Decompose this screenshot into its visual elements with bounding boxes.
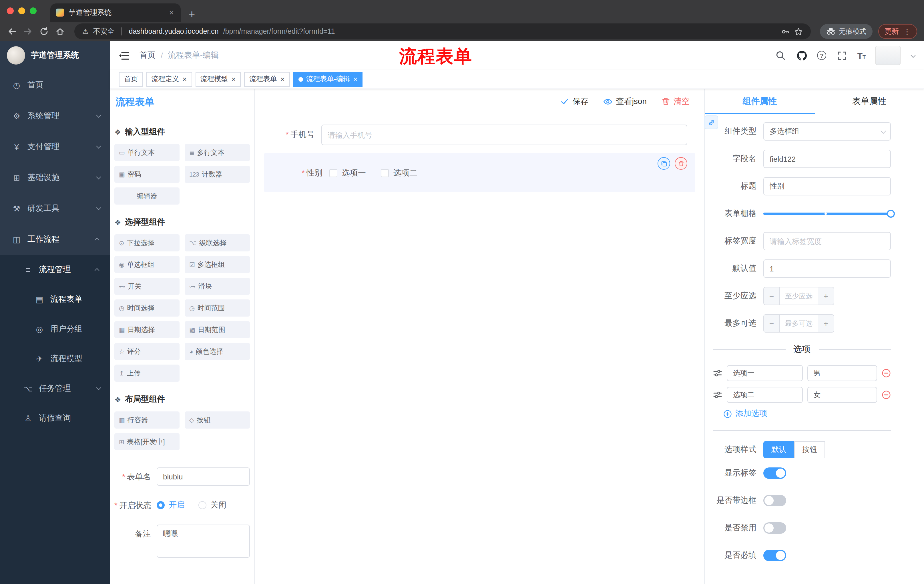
maximize-window-button[interactable] — [30, 7, 36, 14]
new-tab-button[interactable]: + — [189, 8, 195, 20]
toggle-switch[interactable] — [763, 495, 786, 506]
page-tag[interactable]: 流程表单 × — [244, 72, 290, 87]
component-item[interactable]: ☑ 多选框组 — [185, 256, 250, 273]
tag-close-icon[interactable]: × — [280, 76, 284, 83]
bookmark-star-icon[interactable] — [794, 27, 803, 36]
sidebar-item-process-form[interactable]: ▤ 流程表单 — [0, 285, 110, 314]
sidebar-item-user-group[interactable]: ◎ 用户分组 — [0, 314, 110, 344]
component-item[interactable]: ◇ 按钮 — [185, 411, 250, 429]
gender-checkbox[interactable]: 选项二 — [381, 168, 417, 178]
sidebar-item-payment-management[interactable]: ¥ 支付管理 — [0, 132, 110, 162]
component-item[interactable]: ≣ 多行文本 — [185, 144, 250, 161]
copy-component-button[interactable] — [658, 157, 670, 170]
sidebar-item-leave-query[interactable]: ♙ 请假查询 — [0, 403, 110, 433]
address-bar[interactable]: ⚠ 不安全 dashboard.yudao.iocoder.cn /bpm/ma… — [74, 23, 811, 39]
title-input[interactable] — [763, 177, 891, 196]
sidebar-item-task-management[interactable]: ⌥ 任务管理 — [0, 374, 110, 403]
fullscreen-icon[interactable] — [836, 50, 848, 61]
view-json-button[interactable]: 查看json — [604, 96, 647, 107]
password-key-icon[interactable] — [781, 27, 790, 36]
toggle-switch[interactable] — [763, 522, 786, 534]
sidebar-item-process-model[interactable]: ✈ 流程模型 — [0, 344, 110, 374]
component-item[interactable]: 编辑器 — [114, 188, 180, 204]
component-item[interactable]: 123 计数器 — [185, 166, 250, 183]
component-item[interactable]: ⊶ 滑块 — [185, 278, 250, 295]
font-size-icon[interactable]: TT — [857, 51, 866, 60]
toggle-switch[interactable] — [763, 467, 786, 479]
collapse-menu-icon[interactable] — [119, 51, 129, 60]
sidebar-item-system-management[interactable]: ⚙ 系统管理 — [0, 100, 110, 132]
component-item[interactable]: ⊞ 表格[开发中] — [114, 433, 180, 450]
drag-handle-icon[interactable] — [713, 390, 722, 400]
component-item[interactable]: ▦ 日期选择 — [114, 321, 180, 338]
minimize-window-button[interactable] — [18, 7, 25, 14]
sidebar-item-infrastructure[interactable]: ⊞ 基础设施 — [0, 162, 110, 193]
form-canvas[interactable]: 手机号 — [255, 114, 705, 584]
component-item[interactable]: ◉ 单选框组 — [114, 256, 180, 273]
increase-icon[interactable]: + — [818, 315, 834, 332]
breadcrumb-home[interactable]: 首页 — [140, 50, 155, 61]
tag-close-icon[interactable]: × — [182, 76, 187, 83]
sidebar-item-process-management[interactable]: ≡ 流程管理 — [0, 255, 110, 285]
option-label-input[interactable] — [727, 365, 802, 381]
remove-option-icon[interactable] — [882, 368, 891, 378]
reload-icon[interactable] — [39, 26, 49, 36]
page-tag[interactable]: 流程定义 × — [146, 72, 192, 87]
properties-tab[interactable]: 组件属性 — [705, 89, 815, 114]
toggle-switch[interactable] — [763, 550, 786, 561]
remove-option-icon[interactable] — [882, 390, 891, 400]
component-item[interactable]: ◶ 时间范围 — [185, 299, 250, 317]
field-name-input[interactable] — [763, 150, 891, 168]
tag-close-icon[interactable]: × — [231, 76, 236, 83]
form-remark-input[interactable]: 嘿嘿 — [157, 525, 250, 558]
forward-icon[interactable] — [23, 26, 33, 36]
component-item[interactable]: ◕ 颜色选择 — [185, 343, 250, 360]
home-icon[interactable] — [55, 26, 65, 36]
component-item[interactable]: ⊙ 下拉选择 — [114, 234, 180, 252]
decrease-icon[interactable]: − — [764, 288, 780, 304]
form-name-input[interactable] — [157, 467, 250, 486]
user-avatar[interactable] — [875, 46, 901, 65]
option-value-input[interactable] — [807, 387, 877, 403]
properties-tab[interactable]: 表单属性 — [815, 89, 924, 114]
increase-icon[interactable]: + — [818, 288, 834, 304]
selected-component-gender[interactable]: 性别 选项一 — [264, 153, 695, 192]
option-style-choice[interactable]: 默认 — [763, 441, 794, 458]
slider-handle[interactable] — [887, 210, 895, 218]
help-icon[interactable]: ? — [817, 51, 827, 60]
tab-close-icon[interactable]: × — [168, 8, 175, 17]
browser-update-button[interactable]: 更新 ⋮ — [878, 24, 917, 39]
component-item[interactable]: ↥ 上传 — [114, 365, 180, 382]
github-icon[interactable] — [796, 50, 808, 61]
default-value-input[interactable] — [763, 260, 891, 278]
min-select-value[interactable]: 至少应选 — [780, 288, 818, 304]
page-tag[interactable]: 流程表单-编辑 × — [293, 72, 363, 87]
component-item[interactable]: ◷ 时间选择 — [114, 299, 180, 317]
back-icon[interactable] — [7, 26, 17, 36]
delete-component-button[interactable] — [675, 157, 687, 170]
phone-input[interactable] — [321, 125, 687, 145]
status-radio[interactable]: 关闭 — [198, 500, 226, 510]
max-select-value[interactable]: 最多可选 — [780, 315, 818, 332]
page-tag[interactable]: 首页 — [119, 72, 143, 87]
decrease-icon[interactable]: − — [764, 315, 780, 332]
search-icon[interactable] — [775, 50, 787, 61]
sidebar-item-home[interactable]: ◷ 首页 — [0, 70, 110, 100]
option-label-input[interactable] — [727, 387, 802, 403]
option-style-choice[interactable]: 按钮 — [794, 441, 825, 458]
browser-tab[interactable]: 芋道管理系统 × — [50, 3, 181, 22]
phone-field[interactable]: 手机号 — [264, 125, 695, 145]
gender-checkbox[interactable]: 选项一 — [329, 168, 366, 178]
label-width-input[interactable] — [763, 232, 891, 250]
slider-track[interactable] — [763, 212, 891, 215]
page-tag[interactable]: 流程模型 × — [195, 72, 241, 87]
component-type-select[interactable]: 多选框组 — [763, 122, 891, 141]
link-icon[interactable] — [705, 115, 718, 129]
sidebar-item-dev-tools[interactable]: ⚒ 研发工具 — [0, 193, 110, 224]
close-window-button[interactable] — [7, 7, 14, 14]
sidebar-item-workflow[interactable]: ◫ 工作流程 — [0, 224, 110, 255]
component-item[interactable]: ▭ 单行文本 — [114, 144, 180, 161]
option-value-input[interactable] — [807, 365, 877, 381]
sidebar-logo[interactable]: 芋道管理系统 — [0, 41, 110, 70]
gender-field[interactable]: 性别 选项一 — [272, 168, 687, 178]
